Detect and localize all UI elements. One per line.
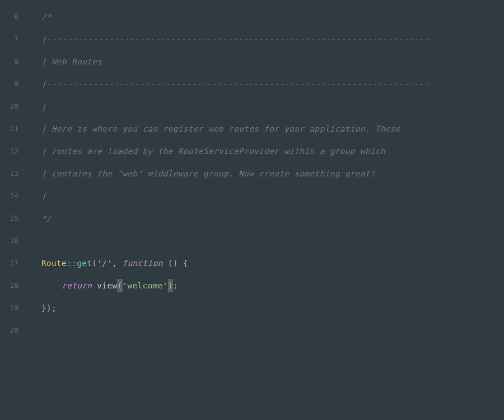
code-token: { bbox=[183, 259, 188, 268]
code-line[interactable]: Route::get('/', function () { bbox=[41, 252, 504, 274]
code-token: | Web Routes bbox=[41, 57, 102, 66]
code-area[interactable]: /*|-------------------------------------… bbox=[28, 0, 504, 420]
line-number: 9 bbox=[0, 73, 27, 95]
code-token: | bbox=[41, 192, 46, 200]
line-number: 16 bbox=[0, 230, 27, 252]
code-token: get bbox=[77, 259, 92, 268]
code-line[interactable]: | bbox=[41, 185, 504, 207]
code-line[interactable]: |---------------------------------------… bbox=[41, 28, 504, 50]
code-token: */ bbox=[41, 214, 52, 223]
code-line[interactable]: ····return view('welcome'); bbox=[41, 274, 504, 297]
line-number: 10 bbox=[0, 95, 27, 118]
code-line[interactable] bbox=[41, 230, 504, 252]
line-number: 8 bbox=[0, 50, 27, 73]
line-number: 14 bbox=[0, 185, 27, 207]
code-line[interactable]: | Here is where you can register web rou… bbox=[41, 118, 504, 140]
code-token: ) bbox=[168, 279, 173, 292]
code-token: view bbox=[97, 281, 117, 290]
code-token: } bbox=[41, 304, 46, 312]
code-line[interactable]: | routes are loaded by the RouteServiceP… bbox=[41, 140, 504, 162]
code-line[interactable]: }); bbox=[41, 297, 504, 319]
code-token: ; bbox=[52, 304, 57, 312]
code-line[interactable]: |---------------------------------------… bbox=[41, 73, 504, 95]
code-line[interactable]: /* bbox=[41, 6, 504, 28]
code-token: ( bbox=[117, 279, 122, 292]
code-token: | routes are loaded by the RouteServiceP… bbox=[41, 147, 385, 156]
code-token: :: bbox=[67, 259, 77, 268]
code-token: () bbox=[168, 259, 178, 268]
code-line[interactable]: | Web Routes bbox=[41, 50, 504, 73]
code-token: , bbox=[112, 259, 122, 268]
code-token: |---------------------------------------… bbox=[41, 80, 429, 88]
code-token: /* bbox=[41, 12, 52, 21]
line-number: 12 bbox=[0, 140, 27, 162]
code-token bbox=[163, 259, 168, 268]
code-token bbox=[178, 259, 183, 268]
line-number: 6 bbox=[0, 6, 27, 28]
code-line[interactable] bbox=[41, 319, 504, 342]
code-token: |---------------------------------------… bbox=[41, 35, 429, 44]
code-line[interactable]: | bbox=[41, 95, 504, 118]
line-number: 15 bbox=[0, 207, 27, 230]
code-token: ; bbox=[173, 281, 178, 290]
code-token: '/' bbox=[97, 259, 112, 268]
code-token: | contains the "web" middleware group. N… bbox=[41, 169, 375, 178]
code-token: ···· bbox=[41, 281, 62, 290]
line-number: 11 bbox=[0, 118, 27, 140]
line-number: 20 bbox=[0, 319, 27, 342]
code-token: ) bbox=[46, 304, 52, 312]
code-token: | bbox=[41, 102, 46, 111]
line-number: 18 bbox=[0, 274, 27, 297]
line-number-gutter: 67891011121314151617181920 bbox=[0, 0, 28, 420]
line-number: 19 bbox=[0, 297, 27, 319]
code-token: ( bbox=[92, 259, 97, 268]
code-token: 'welcome' bbox=[123, 281, 168, 290]
code-token: function bbox=[123, 259, 163, 268]
line-number: 17 bbox=[0, 252, 27, 274]
code-line[interactable]: */ bbox=[41, 207, 504, 230]
code-token: return bbox=[62, 281, 92, 290]
code-token: Route bbox=[41, 259, 67, 268]
code-token bbox=[92, 281, 97, 290]
code-line[interactable]: | contains the "web" middleware group. N… bbox=[41, 162, 504, 185]
line-number: 13 bbox=[0, 162, 27, 185]
code-editor[interactable]: 67891011121314151617181920 /*|----------… bbox=[0, 0, 504, 420]
code-token: | Here is where you can register web rou… bbox=[41, 124, 400, 133]
line-number: 7 bbox=[0, 28, 27, 50]
